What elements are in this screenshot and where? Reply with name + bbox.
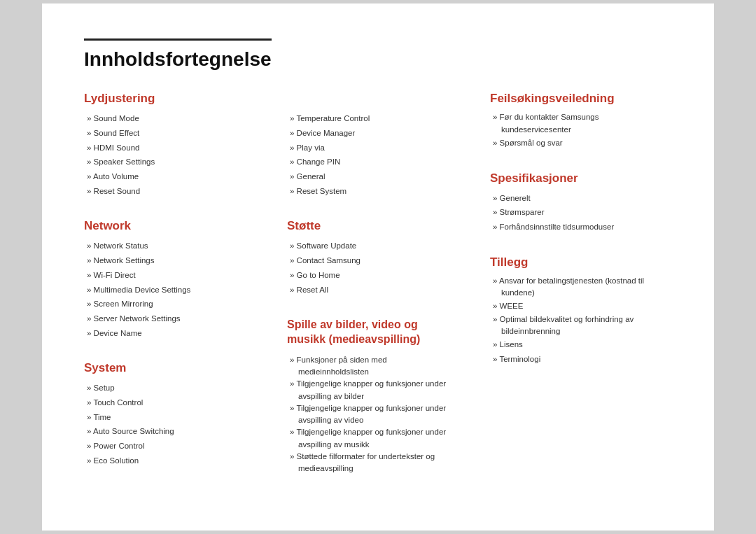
- list-item: » Contact Samsung: [287, 253, 469, 268]
- section-feilsoking: Feilsøkingsveiledning » Før du kontakter…: [490, 92, 672, 150]
- section-system: System » Setup » Touch Control » Time » …: [84, 361, 266, 468]
- list-item: » Multimedia Device Settings: [84, 283, 266, 297]
- section-title-tillegg: Tillegg: [490, 255, 672, 269]
- list-item: » Auto Source Switching: [84, 424, 266, 439]
- list-item: » Sound Mode: [84, 111, 266, 126]
- list-item: » Tilgjengelige knapper og funksjoner un…: [287, 402, 469, 427]
- list-item: » HDMI Sound: [84, 141, 266, 155]
- list-item: » Terminologi: [490, 352, 672, 367]
- title-bar: Innholdsfortegnelse: [84, 38, 272, 71]
- section-tillegg: Tillegg » Ansvar for betalingstjenesten …: [490, 255, 672, 367]
- list-item: » Reset System: [287, 184, 469, 199]
- page-title: Innholdsfortegnelse: [84, 48, 272, 71]
- list-item: » Touch Control: [84, 395, 266, 410]
- list-item: » Generelt: [490, 191, 672, 206]
- section-title-empty: —: [287, 92, 469, 106]
- list-item: » Auto Volume: [84, 169, 266, 184]
- list-item: » Støttede filformater for undertekster …: [287, 451, 469, 475]
- list-item: » Spørsmål og svar: [490, 136, 672, 150]
- list-item: » Play via: [287, 141, 469, 155]
- list-item: » Device Manager: [287, 126, 469, 141]
- list-item: » Forhåndsinnstilte tidsurmoduser: [490, 220, 672, 234]
- list-item: » Strømsparer: [490, 205, 672, 220]
- list-item: » Software Update: [287, 239, 469, 253]
- list-item: » Setup: [84, 381, 266, 395]
- section-spesifikasjoner: Spesifikasjoner » Generelt » Strømsparer…: [490, 171, 672, 234]
- list-item: » Lisens: [490, 337, 672, 352]
- content-columns: Lydjustering » Sound Mode » Sound Effect…: [84, 92, 672, 496]
- list-item: » Tilgjengelige knapper og funksjoner un…: [287, 426, 469, 451]
- column-1: Lydjustering » Sound Mode » Sound Effect…: [84, 92, 287, 496]
- column-3: Feilsøkingsveiledning » Før du kontakter…: [490, 92, 672, 496]
- list-item: » Speaker Settings: [84, 155, 266, 169]
- section-network: Network » Network Status » Network Setti…: [84, 219, 266, 340]
- list-item: » Ansvar for betalingstjenesten (kostnad…: [490, 275, 672, 300]
- section-lydjustering: Lydjustering » Sound Mode » Sound Effect…: [84, 92, 266, 198]
- list-item: » Wi-Fi Direct: [84, 268, 266, 283]
- section-title-lydjustering: Lydjustering: [84, 92, 266, 106]
- section-medieavspilling: Spille av bilder, video ogmusikk (mediea…: [287, 318, 469, 475]
- section-title-stotte: Støtte: [287, 219, 469, 233]
- list-item: » Før du kontakter Samsungskundeservices…: [490, 111, 672, 136]
- list-item: » Network Settings: [84, 253, 266, 268]
- page: Innholdsfortegnelse Lydjustering » Sound…: [42, 3, 714, 531]
- list-item: » Reset All: [287, 283, 469, 297]
- section-stotte: Støtte » Software Update » Contact Samsu…: [287, 219, 469, 297]
- list-item: » Optimal bildekvalitet og forhindring a…: [490, 314, 672, 338]
- section-title-network: Network: [84, 219, 266, 233]
- list-item: » WEEE: [490, 299, 672, 314]
- list-item: » General: [287, 169, 469, 184]
- section-system-continued: — » Temperature Control » Device Manager…: [287, 92, 469, 198]
- list-item: » Power Control: [84, 439, 266, 454]
- list-item: » Time: [84, 410, 266, 425]
- column-2: — » Temperature Control » Device Manager…: [287, 92, 490, 496]
- list-item: » Server Network Settings: [84, 311, 266, 326]
- list-item: » Reset Sound: [84, 184, 266, 199]
- list-item: » Network Status: [84, 239, 266, 253]
- section-title-medieavspilling: Spille av bilder, video ogmusikk (mediea…: [287, 318, 469, 347]
- list-item: » Tilgjengelige knapper og funksjoner un…: [287, 378, 469, 402]
- list-item: » Device Name: [84, 326, 266, 341]
- list-item: » Sound Effect: [84, 126, 266, 141]
- list-item: » Go to Home: [287, 268, 469, 283]
- list-item: » Screen Mirroring: [84, 297, 266, 311]
- list-item: » Temperature Control: [287, 111, 469, 126]
- list-item: » Funksjoner på siden medmedieinnholdsli…: [287, 354, 469, 379]
- section-title-feilsoking: Feilsøkingsveiledning: [490, 92, 672, 106]
- section-title-system: System: [84, 361, 266, 375]
- section-title-spesifikasjoner: Spesifikasjoner: [490, 171, 672, 185]
- list-item: » Eco Solution: [84, 454, 266, 468]
- list-item: » Change PIN: [287, 155, 469, 169]
